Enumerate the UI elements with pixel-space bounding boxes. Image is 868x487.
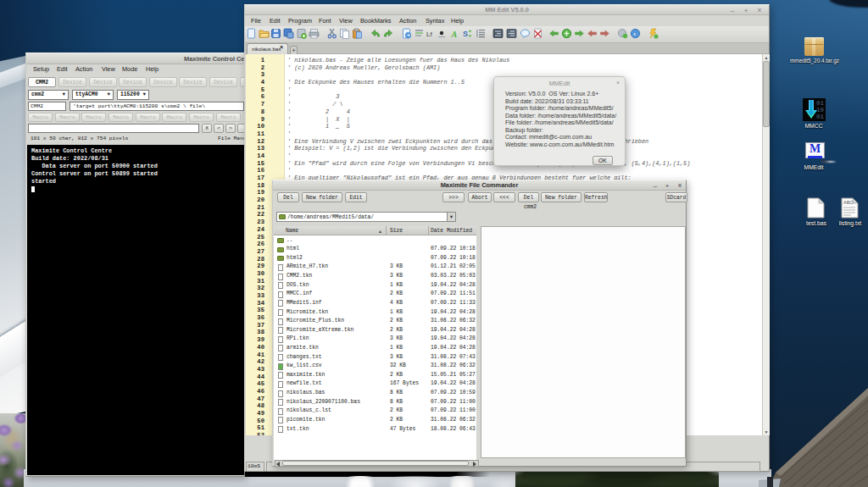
- svg-text:Lf: Lf: [426, 30, 432, 38]
- svg-text:›: ›: [633, 30, 636, 38]
- svg-text:10: 10: [816, 107, 825, 113]
- svg-text:ABC: ABC: [843, 200, 853, 205]
- svg-text:S: S: [463, 30, 468, 38]
- svg-text:01: 01: [816, 100, 825, 107]
- svg-text:A: A: [451, 30, 458, 39]
- svg-text:01: 01: [816, 113, 825, 120]
